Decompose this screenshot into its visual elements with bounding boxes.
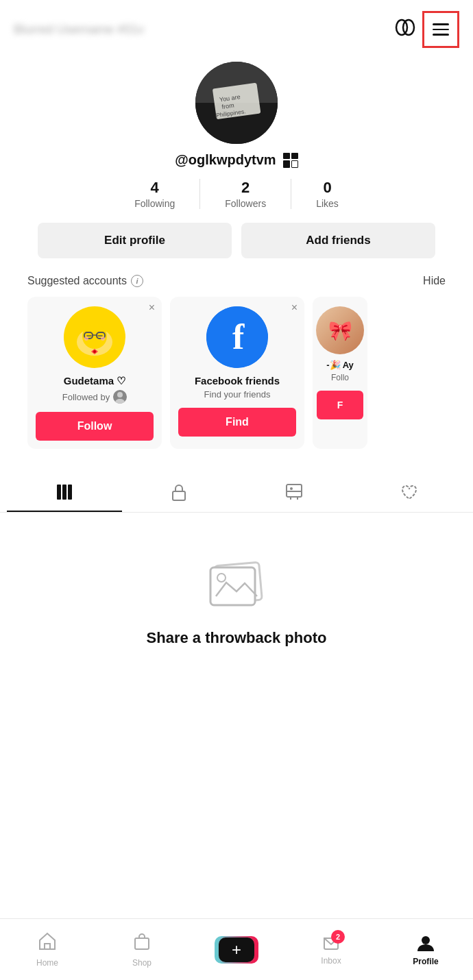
- svg-point-1: [403, 20, 414, 35]
- stat-followers[interactable]: 2 Followers: [200, 179, 291, 209]
- shop-label: Shop: [132, 958, 151, 968]
- svg-point-17: [101, 336, 105, 341]
- home-label: Home: [36, 958, 58, 968]
- edit-profile-button[interactable]: Edit profile: [38, 223, 232, 258]
- stat-likes[interactable]: 0 Likes: [291, 179, 363, 209]
- svg-rect-26: [62, 485, 66, 500]
- partial-name: -🎉 Ay: [326, 360, 354, 370]
- action-buttons: Edit profile Add friends: [38, 223, 435, 258]
- suggested-card-facebook: × f Facebook friends Find your friends F…: [170, 297, 304, 449]
- svg-point-36: [422, 936, 430, 944]
- facebook-sub: Find your friends: [204, 389, 271, 400]
- tab-liked[interactable]: [352, 474, 467, 512]
- coin-icon[interactable]: [393, 16, 417, 44]
- inbox-badge: 2: [331, 930, 345, 944]
- hamburger-line-2: [433, 29, 449, 31]
- followers-label: Followers: [225, 198, 266, 209]
- likes-label: Likes: [316, 198, 339, 209]
- shop-icon: [132, 931, 151, 955]
- close-card-gudetama[interactable]: ×: [149, 302, 155, 313]
- partial-sub: Follo: [331, 373, 349, 382]
- following-label: Following: [134, 198, 175, 209]
- create-button[interactable]: +: [217, 936, 256, 964]
- username-row: @oglkwpdytvm: [175, 152, 298, 168]
- plus-inner: +: [219, 938, 254, 962]
- suggested-title-text: Suggested accounts: [27, 275, 127, 287]
- suggested-card-gudetama: ×: [27, 297, 162, 449]
- profile-icon-wrap: [415, 933, 436, 954]
- svg-point-30: [290, 487, 293, 490]
- gudetama-name: Gudetama ♡: [64, 375, 126, 387]
- find-facebook-button[interactable]: Find: [178, 408, 296, 437]
- menu-button[interactable]: [422, 11, 459, 48]
- suggested-title: Suggested accounts i: [27, 275, 143, 287]
- svg-rect-25: [57, 485, 61, 500]
- following-count: 4: [151, 179, 159, 197]
- svg-rect-35: [135, 938, 149, 949]
- suggested-cards: ×: [14, 297, 459, 449]
- empty-state: Share a throwback photo: [0, 513, 473, 674]
- hamburger-line-3: [433, 34, 449, 36]
- followers-count: 2: [241, 179, 250, 197]
- followed-by-avatar: [113, 390, 127, 404]
- hide-button[interactable]: Hide: [423, 275, 446, 287]
- facebook-name: Facebook friends: [195, 375, 280, 387]
- nav-profile[interactable]: Profile: [378, 933, 473, 966]
- svg-text:f: f: [232, 317, 245, 356]
- plus-icon: +: [232, 940, 241, 959]
- empty-title: Share a throwback photo: [147, 629, 327, 647]
- header-username: Blurred Username #01v: [14, 23, 144, 37]
- tab-private[interactable]: [122, 474, 237, 512]
- gudetama-sub: Followed by: [62, 390, 127, 404]
- avatar[interactable]: You are from Philippines.: [195, 62, 278, 144]
- username-text: @oglkwpdytvm: [175, 152, 276, 168]
- info-icon[interactable]: i: [131, 275, 143, 287]
- profile-label: Profile: [413, 957, 438, 966]
- profile-section: You are from Philippines. @oglkwpdytvm 4…: [0, 55, 473, 474]
- svg-point-21: [117, 392, 123, 397]
- svg-point-10: [82, 324, 107, 349]
- suggested-header: Suggested accounts i Hide: [14, 275, 459, 287]
- qr-icon[interactable]: [283, 153, 298, 168]
- stat-following[interactable]: 4 Following: [110, 179, 200, 209]
- home-icon: [38, 931, 57, 955]
- add-friends-button[interactable]: Add friends: [241, 223, 435, 258]
- svg-point-16: [84, 336, 88, 341]
- inbox-icon-wrap: 2: [322, 934, 341, 953]
- nav-home[interactable]: Home: [0, 931, 95, 968]
- svg-rect-28: [173, 491, 185, 500]
- follow-gudetama-button[interactable]: Follow: [36, 412, 154, 441]
- photo-icon: [202, 554, 271, 618]
- header-icons: [393, 11, 459, 48]
- tab-grid[interactable]: [7, 474, 122, 512]
- follow-partial-button[interactable]: F: [317, 391, 363, 419]
- nav-shop[interactable]: Shop: [95, 931, 189, 968]
- content-tabs: [0, 474, 473, 513]
- nav-inbox[interactable]: 2 Inbox: [284, 934, 378, 966]
- followed-by-label: Followed by: [62, 392, 110, 402]
- svg-rect-34: [45, 944, 50, 949]
- svg-rect-27: [68, 485, 72, 500]
- hamburger-line-1: [433, 23, 449, 25]
- stats-row: 4 Following 2 Followers 0 Likes: [110, 179, 363, 209]
- suggested-card-partial: 🎀 -🎉 Ay Follo F: [313, 297, 367, 449]
- facebook-avatar: f: [206, 306, 268, 368]
- close-card-facebook[interactable]: ×: [291, 302, 298, 313]
- gudetama-avatar: [64, 306, 125, 368]
- partial-avatar: 🎀: [316, 306, 364, 354]
- facebook-sub-text: Find your friends: [204, 389, 271, 400]
- inbox-label: Inbox: [321, 956, 341, 966]
- header: Blurred Username #01v: [0, 0, 473, 55]
- bottom-nav: Home Shop + 2 Inbox: [0, 918, 473, 980]
- svg-point-19: [93, 350, 96, 353]
- likes-count: 0: [323, 179, 331, 197]
- nav-create[interactable]: +: [189, 936, 284, 964]
- tab-tagged[interactable]: [236, 474, 352, 512]
- avatar-image: You are from Philippines.: [195, 62, 278, 144]
